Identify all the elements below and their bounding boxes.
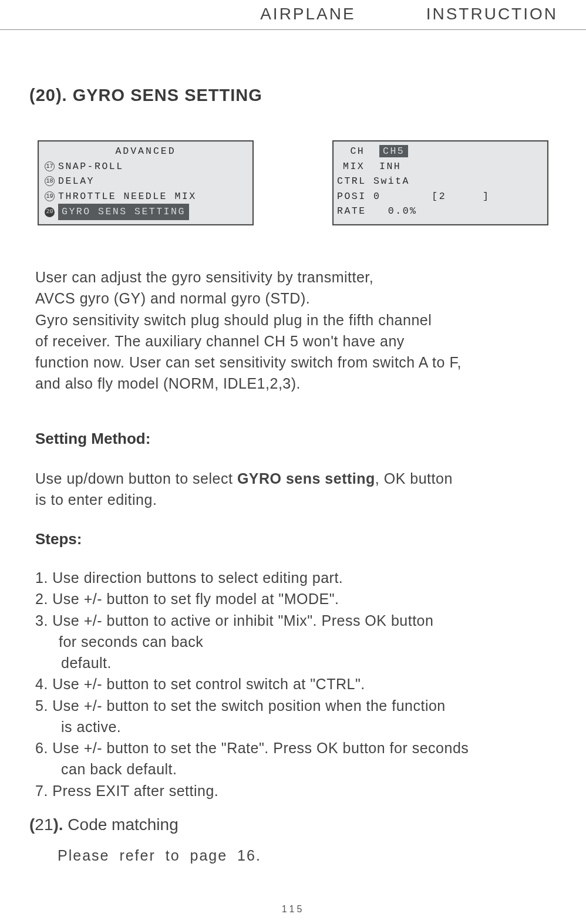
intro-line: AVCS gyro (GY) and normal gyro (STD).: [35, 290, 310, 306]
lcd-b-mix-value: INH: [379, 161, 401, 172]
step-4: 4. Use +/- button to set control switch …: [35, 673, 551, 694]
step-2: 2. Use +/- button to set fly model at "M…: [35, 588, 551, 609]
lcd-a-item-19: 19 THROTTLE NEEDLE MIX: [45, 189, 247, 204]
intro-line: User can adjust the gyro sensitivity by …: [35, 269, 373, 285]
steps-heading: Steps:: [35, 530, 551, 548]
lcd-b-mix-row: MIX INH: [343, 159, 541, 174]
lcd-b-rate-value: 0.0%: [388, 205, 417, 217]
lcd-a-item-label-selected: GYRO SENS SETTING: [58, 204, 189, 220]
method-text: Use up/down button to select: [35, 470, 237, 487]
setting-method-paragraph: Use up/down button to select GYRO sens s…: [35, 468, 551, 511]
lcd-a-title: ADVANCED: [45, 144, 247, 159]
setting-method-heading: Setting Method:: [35, 430, 551, 448]
lcd-b-posi-bracket: [2 ]: [432, 191, 490, 202]
menu-index-icon: 19: [45, 191, 55, 201]
header-left: AIRPLANE: [260, 5, 356, 23]
section-20-title: (20). GYRO SENS SETTING: [29, 86, 551, 105]
intro-line: and also fly model (NORM, IDLE1,2,3).: [35, 375, 301, 392]
method-bold: GYRO sens setting: [237, 470, 375, 487]
lcd-screens-row: ADVANCED 17 SNAP-ROLL 18 DELAY 19 THROTT…: [35, 140, 551, 225]
lcd-b-ch-row: CH CH5: [343, 144, 541, 159]
lcd-b-rate-row: RATE 0.0%: [337, 204, 541, 219]
step-6: 6. Use +/- button to set the "Rate". Pre…: [35, 737, 551, 758]
lcd-b-ctrl-row: CTRL SwitA: [337, 174, 541, 189]
step-3-cont: for seconds can back: [35, 631, 551, 652]
step-6-cont: can back default.: [35, 758, 551, 780]
section-21-title: (21). Code matching: [29, 815, 551, 834]
lcd-a-item-18: 18 DELAY: [45, 174, 247, 189]
menu-index-selected-icon: 20: [45, 207, 55, 217]
intro-line: of receiver. The auxiliary channel CH 5 …: [35, 333, 405, 349]
lcd-b-posi-row: POSI 0 [2 ]: [337, 189, 541, 204]
lcd-a-item-label: SNAP-ROLL: [58, 159, 124, 174]
lcd-b-ctrl-value: SwitA: [373, 176, 410, 187]
section-21-refer: Please refer to page 16.: [58, 847, 551, 864]
step-3-cont2: default.: [35, 652, 551, 673]
intro-paragraph: User can adjust the gyro sensitivity by …: [35, 267, 551, 394]
lcd-b-mix-label: MIX: [343, 161, 365, 172]
lcd-b-rate-label: RATE: [337, 205, 366, 217]
lcd-a-item-17: 17 SNAP-ROLL: [45, 159, 247, 174]
step-7: 7. Press EXIT after setting.: [35, 780, 551, 801]
section-21-paren-open: (: [29, 815, 35, 834]
step-5: 5. Use +/- button to set the switch posi…: [35, 695, 551, 716]
section-21-paren-close: ).: [53, 815, 63, 834]
menu-index-icon: 17: [45, 161, 55, 171]
lcd-b-ctrl-label: CTRL: [337, 176, 366, 187]
method-text: , OK button: [375, 470, 453, 487]
step-5-cont: is active.: [35, 716, 551, 737]
menu-index-icon: 18: [45, 176, 55, 186]
lcd-b-posi-label: POSI: [337, 191, 366, 202]
page-number: 115: [282, 904, 305, 915]
lcd-a-item-label: THROTTLE NEEDLE MIX: [58, 189, 197, 204]
lcd-screen-gyro: CH CH5 MIX INH CTRL SwitA POSI 0 [2 ] RA…: [332, 140, 548, 225]
lcd-b-ch-label: CH: [350, 146, 365, 157]
lcd-a-item-label: DELAY: [58, 174, 95, 189]
section-21-number: 21: [35, 815, 53, 834]
lcd-a-item-20: 20 GYRO SENS SETTING: [45, 204, 247, 220]
method-text: is to enter editing.: [35, 491, 157, 508]
page-header: AIRPLANE INSTRUCTION: [0, 0, 586, 30]
header-right: INSTRUCTION: [426, 5, 558, 23]
section-21-label: Code matching: [63, 815, 179, 834]
intro-line: Gyro sensitivity switch plug should plug…: [35, 312, 432, 328]
lcd-b-posi-value: 0: [373, 191, 380, 202]
intro-line: function now. User can set sensitivity s…: [35, 354, 462, 370]
step-3: 3. Use +/- button to active or inhibit "…: [35, 610, 551, 631]
step-1: 1. Use direction buttons to select editi…: [35, 567, 551, 588]
lcd-screen-advanced: ADVANCED 17 SNAP-ROLL 18 DELAY 19 THROTT…: [38, 140, 254, 225]
steps-list: 1. Use direction buttons to select editi…: [35, 567, 551, 801]
lcd-b-ch-value: CH5: [379, 145, 408, 157]
